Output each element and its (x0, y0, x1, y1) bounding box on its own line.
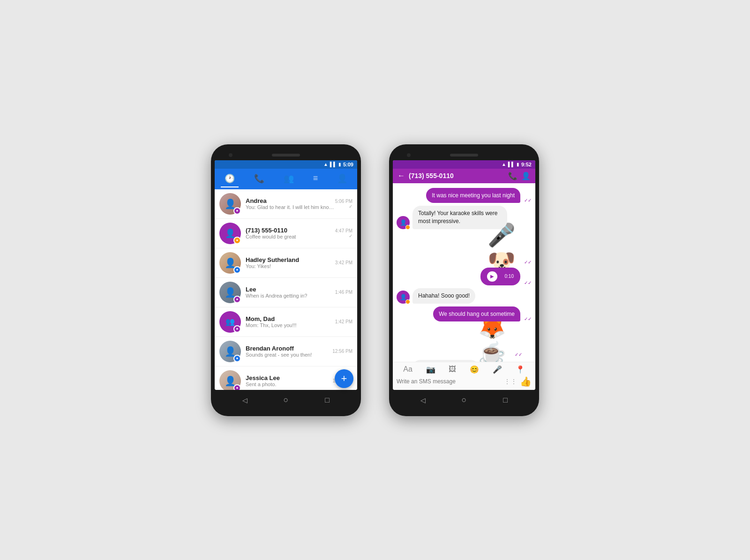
badge-andrea: ● (233, 207, 241, 215)
tab-calls[interactable]: 📞 (250, 172, 268, 186)
conv-name-jessica: Jessica Lee (246, 374, 333, 381)
back-button-1[interactable] (240, 396, 249, 405)
recents-button-1[interactable] (322, 396, 332, 405)
chat-input-bar: Aa 📷 🖼 😊 🎤 📍 ⋮⋮ 👍 (393, 362, 535, 390)
conv-name-hadley: Hadley Sutherland (246, 256, 335, 263)
sticker-1: 🎤🐶 (488, 232, 520, 265)
battery-icon: ▮ (338, 162, 341, 167)
msg-row-5: 👤 Hahaha! Sooo good! (397, 288, 532, 304)
avatar-incoming-2: 👤 (397, 291, 410, 304)
signal-icon-2: ▌▌ (508, 162, 515, 167)
check-7: ✓✓ (515, 352, 522, 357)
tab-bar: 🕐 📞 👥 ≡ 👤 (215, 169, 357, 187)
phone-1: ▲ ▌▌ ▮ 5:09 🕐 📞 👥 ≡ 👤 👤 ● And (211, 144, 361, 416)
msg-row-4: ▶ 0:10 ✓✓ (397, 268, 532, 285)
signal-icon: ▌▌ (330, 162, 337, 167)
msg-bubble-1: It was nice meeting you last night (426, 188, 520, 203)
battery-icon-2: ▮ (517, 162, 519, 167)
conv-name-andrea: Andrea (246, 197, 335, 204)
msg-bubble-6: We should hang out sometime (433, 306, 520, 322)
conv-item-hadley[interactable]: 👤 ● Hadley Sutherland You: Yikes! 3:42 P… (215, 248, 357, 278)
fab-compose[interactable]: + (335, 369, 353, 388)
conv-preview-andrea: You: Glad to hear it. I will let him kno… (246, 204, 335, 210)
badge-phone: ● (233, 237, 241, 244)
conv-item-momdad[interactable]: 👥 ● Mom, Dad Mom: Thx, Love you!!! 1:42 … (215, 307, 357, 337)
tab-sms[interactable]: ≡ (309, 172, 322, 185)
phone-bottom-1 (215, 390, 357, 411)
conv-item-andrea[interactable]: 👤 ● Andrea You: Glad to hear it. I will … (215, 189, 357, 219)
conv-preview-momdad: Mom: Thx, Love you!!! (246, 322, 335, 328)
avatar-incoming-1: 👤 (397, 216, 410, 229)
image-icon[interactable]: 🖼 (449, 365, 456, 374)
home-button-1[interactable] (281, 396, 291, 405)
messenger-header: ▲ ▌▌ ▮ 5:09 🕐 📞 👥 ≡ 👤 (215, 160, 357, 189)
mic-icon[interactable]: 🎤 (493, 365, 502, 374)
conv-preview-lee: When is Andrea getting in? (246, 293, 335, 299)
badge-jessica: ● (233, 384, 241, 390)
tab-profile[interactable]: 👤 (333, 172, 351, 186)
message-input[interactable] (397, 378, 501, 385)
wifi-icon-2: ▲ (502, 162, 506, 167)
conv-time-phone: 4:47 PM (335, 228, 352, 233)
status-bar-2: ▲ ▌▌ ▮ 9:52 (393, 160, 535, 169)
msg-row-1: It was nice meeting you last night ✓✓ (397, 188, 532, 203)
chat-messages: It was nice meeting you last night ✓✓ 👤 … (393, 183, 535, 362)
home-button-2[interactable] (459, 396, 469, 405)
msg-bubble-5: Hahaha! Sooo good! (412, 288, 475, 304)
check-6: ✓✓ (524, 316, 532, 321)
location-icon[interactable]: 📍 (516, 365, 525, 374)
conv-body-momdad: Mom, Dad Mom: Thx, Love you!!! (246, 315, 335, 328)
conv-meta-phone: 4:47 PM ✓ (335, 228, 352, 239)
back-button-2[interactable] (418, 396, 428, 405)
conv-meta-andrea: 5:06 PM ✓ (335, 199, 352, 209)
badge-incoming-1 (405, 225, 410, 230)
conv-time-lee: 1:46 PM (335, 290, 352, 295)
phone-top-2 (393, 150, 535, 160)
conv-preview-brendan: Sounds great - see you then! (246, 352, 332, 358)
conv-item-brendan[interactable]: 👤 ● Brendan Aronoff Sounds great - see y… (215, 337, 357, 366)
avatar-phone: 👤 ● (219, 223, 241, 244)
extra-options-icon[interactable]: ⋮⋮ (504, 378, 517, 385)
badge-brendan: ● (233, 355, 241, 362)
conv-preview-hadley: You: Yikes! (246, 263, 335, 269)
sticker-2: 🦊☕ (478, 324, 511, 357)
check-4: ✓✓ (524, 280, 532, 285)
status-bar-1: ▲ ▌▌ ▮ 5:09 (215, 160, 357, 169)
play-button[interactable]: ▶ (487, 271, 497, 282)
back-button-chat[interactable]: ← (398, 172, 405, 180)
badge-incoming-2 (405, 299, 410, 304)
play-icon: ▶ (490, 274, 494, 279)
add-person-button[interactable]: 👤 (521, 172, 531, 180)
fab-icon: + (341, 373, 347, 385)
conv-name-phone: (713) 555-0110 (246, 227, 335, 234)
check-1: ✓✓ (524, 198, 532, 203)
phone-screen-2: ▲ ▌▌ ▮ 9:52 ← (713) 555-0110 📞 👤 It was … (393, 160, 535, 390)
phone-top-1 (215, 150, 357, 160)
msg-row-6: We should hang out sometime ✓✓ (397, 306, 532, 322)
send-button[interactable]: 👍 (520, 376, 532, 387)
conv-item-lee[interactable]: 👤 ● Lee When is Andrea getting in? 1:46 … (215, 278, 357, 307)
emoji-icon[interactable]: 😊 (470, 365, 479, 374)
conv-meta-hadley: 3:42 PM (335, 260, 352, 265)
conv-meta-momdad: 1:42 PM (335, 319, 352, 324)
conv-name-lee: Lee (246, 286, 335, 293)
chat-contact-title: (713) 555-0110 (409, 172, 504, 179)
recents-button-2[interactable] (501, 396, 510, 405)
tab-recent[interactable]: 🕐 (221, 172, 239, 186)
conv-time-brendan: 12:56 PM (332, 349, 352, 354)
conversation-list: 👤 ● Andrea You: Glad to hear it. I will … (215, 189, 357, 390)
keyboard-icon[interactable]: Aa (403, 365, 412, 374)
camera-1 (229, 153, 232, 157)
conv-item-phone[interactable]: 👤 ● (713) 555-0110 Coffee would be great… (215, 219, 357, 248)
wifi-icon: ▲ (323, 162, 328, 167)
conv-name-momdad: Mom, Dad (246, 315, 335, 322)
chat-input-row: ⋮⋮ 👍 (397, 376, 532, 387)
tab-contacts[interactable]: 👥 (280, 172, 298, 186)
conv-body-brendan: Brendan Aronoff Sounds great - see you t… (246, 345, 332, 358)
camera-icon[interactable]: 📷 (426, 365, 435, 374)
conv-check-phone: ✓ (349, 233, 352, 239)
conv-body-jessica: Jessica Lee Sent a photo. (246, 374, 333, 387)
call-button[interactable]: 📞 (508, 172, 518, 180)
audio-message[interactable]: ▶ 0:10 (480, 268, 520, 285)
badge-lee: ● (233, 296, 241, 303)
